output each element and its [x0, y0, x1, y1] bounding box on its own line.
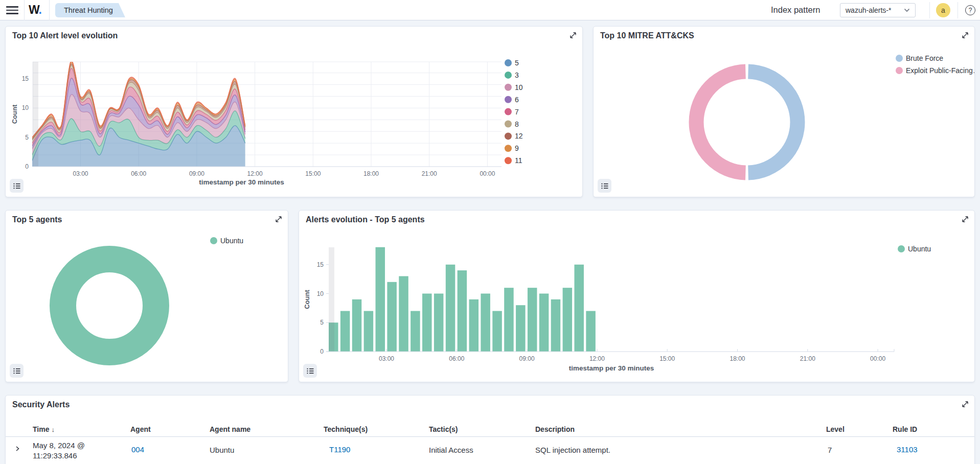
expand-icon[interactable] — [568, 31, 578, 41]
bar[interactable] — [504, 288, 514, 352]
bar[interactable] — [574, 265, 584, 352]
donut-slice-Exploit Public-Facing…[interactable] — [696, 72, 745, 173]
panel-mitre-attacks: Top 10 MITRE ATT&CKS Brute ForceExploit … — [593, 26, 975, 197]
y-axis-label: Count — [303, 290, 311, 309]
divider — [929, 2, 930, 18]
column-header-level[interactable]: Level — [826, 425, 845, 433]
legend-item[interactable]: Ubuntu — [898, 245, 931, 253]
panel-alert-level-evolution: Top 10 Alert level evolution 05101503:00… — [5, 26, 583, 197]
bar-series-Ubuntu — [329, 247, 596, 352]
legend-item[interactable]: 5 — [505, 59, 519, 67]
legend: Brute ForceExploit Public-Facing… — [896, 54, 974, 75]
bar[interactable] — [469, 299, 479, 352]
legend-item[interactable]: 6 — [505, 96, 519, 104]
legend-toggle-icon[interactable] — [303, 364, 317, 378]
cell-description: SQL injection attempt. — [535, 446, 610, 454]
bar[interactable] — [539, 294, 549, 352]
bar[interactable] — [492, 311, 502, 352]
bar[interactable] — [551, 299, 561, 352]
cell-rule-id-link[interactable]: 31103 — [897, 445, 918, 454]
column-header-tactic[interactable]: Tactic(s) — [429, 425, 458, 433]
bar[interactable] — [586, 311, 596, 352]
bar[interactable] — [563, 288, 573, 352]
bar[interactable] — [481, 294, 490, 352]
wazuh-logo[interactable]: W. — [29, 3, 41, 17]
x-tick-label: 09:00 — [519, 355, 535, 362]
y-axis-label: Count — [11, 104, 18, 124]
bar-chart-canvas[interactable]: 03:0006:0009:0012:0015:0018:0021:0000:00… — [299, 211, 974, 382]
legend-label: 3 — [515, 71, 519, 79]
legend-item[interactable]: 9 — [505, 144, 519, 152]
column-header-rule-id[interactable]: Rule ID — [893, 425, 917, 433]
panel-alerts-evolution-agents: Alerts evolution - Top 5 agents 03:0006:… — [299, 210, 975, 382]
legend-label: Ubuntu — [220, 237, 243, 245]
y-tick-label: 15 — [317, 261, 324, 268]
cell-technique-link[interactable]: T1190 — [329, 445, 350, 454]
legend-label: 10 — [515, 83, 523, 91]
bar[interactable] — [434, 294, 444, 352]
legend-item[interactable]: 3 — [505, 71, 519, 79]
column-header-description[interactable]: Description — [535, 425, 575, 433]
legend-toggle-icon[interactable] — [10, 179, 24, 193]
x-tick-label: 21:00 — [800, 355, 815, 362]
panel-title: Security Alerts — [12, 400, 70, 409]
row-expand-chevron-icon[interactable] — [13, 445, 22, 454]
legend-item[interactable]: 8 — [505, 120, 519, 128]
legend-item[interactable]: 11 — [505, 156, 522, 165]
expand-icon[interactable] — [960, 215, 970, 225]
bar[interactable] — [528, 288, 537, 352]
breadcrumb-tab-threat-hunting[interactable]: Threat Hunting — [55, 3, 125, 17]
expand-icon[interactable] — [960, 400, 970, 410]
column-header-agent-name[interactable]: Agent name — [210, 425, 250, 433]
x-tick-label: 06:00 — [449, 355, 464, 362]
panel-title: Alerts evolution - Top 5 agents — [306, 215, 425, 224]
x-tick-label: 09:00 — [189, 170, 204, 177]
bar[interactable] — [399, 276, 408, 352]
bar[interactable] — [364, 311, 374, 352]
x-tick-label: 15:00 — [659, 355, 675, 362]
column-header-agent[interactable]: Agent — [130, 425, 151, 433]
legend-item[interactable]: Brute Force — [896, 54, 943, 62]
top-navbar: W. Threat Hunting Index pattern wazuh-al… — [0, 0, 980, 20]
legend-item[interactable]: Ubuntu — [210, 237, 243, 245]
cell-agent-link[interactable]: 004 — [131, 445, 144, 454]
bar[interactable] — [446, 265, 455, 352]
help-icon[interactable]: ? — [965, 5, 975, 15]
divider — [49, 0, 50, 20]
bar[interactable] — [411, 311, 420, 352]
bar[interactable] — [352, 299, 362, 352]
bar[interactable] — [458, 270, 467, 352]
panel-top5-agents: Top 5 agents Ubuntu — [5, 210, 288, 382]
divider — [24, 0, 25, 20]
menu-hamburger-icon[interactable] — [5, 4, 19, 16]
x-tick-label: 21:00 — [422, 170, 437, 177]
legend-item[interactable]: 7 — [505, 108, 519, 116]
legend-toggle-icon[interactable] — [10, 364, 24, 378]
bar[interactable] — [422, 294, 432, 352]
index-pattern-select[interactable]: wazuh-alerts-* — [840, 3, 916, 17]
legend-item[interactable]: Exploit Public-Facing… — [896, 66, 974, 75]
bar[interactable] — [340, 311, 350, 352]
bar[interactable] — [387, 282, 397, 352]
panel-title: Top 5 agents — [12, 215, 62, 224]
panel-title: Top 10 MITRE ATT&CKS — [600, 31, 694, 40]
donut-slice-Ubuntu[interactable] — [63, 259, 156, 352]
legend-toggle-icon[interactable] — [598, 179, 611, 193]
x-axis-label: timestamp per 30 minutes — [569, 364, 654, 372]
cell-agent-name: Ubuntu — [210, 446, 234, 454]
column-header-time[interactable]: Time↓ — [33, 425, 55, 433]
avatar[interactable]: a — [936, 3, 950, 17]
column-header-technique[interactable]: Technique(s) — [324, 425, 368, 433]
bar[interactable] — [516, 305, 526, 352]
table-header-divider — [6, 436, 974, 437]
agents-donut-canvas[interactable]: Ubuntu — [6, 211, 288, 382]
x-tick-label: 03:00 — [379, 355, 394, 362]
expand-icon[interactable] — [274, 215, 284, 225]
legend-item[interactable]: 12 — [505, 132, 523, 140]
mitre-donut-canvas[interactable]: Brute ForceExploit Public-Facing… — [594, 27, 974, 197]
donut-slice-Brute Force[interactable] — [748, 72, 797, 173]
area-chart-canvas[interactable]: 05101503:0006:0009:0012:0015:0018:0021:0… — [6, 27, 582, 197]
bar[interactable] — [376, 247, 385, 352]
expand-icon[interactable] — [960, 31, 970, 41]
legend-item[interactable]: 10 — [505, 83, 523, 91]
